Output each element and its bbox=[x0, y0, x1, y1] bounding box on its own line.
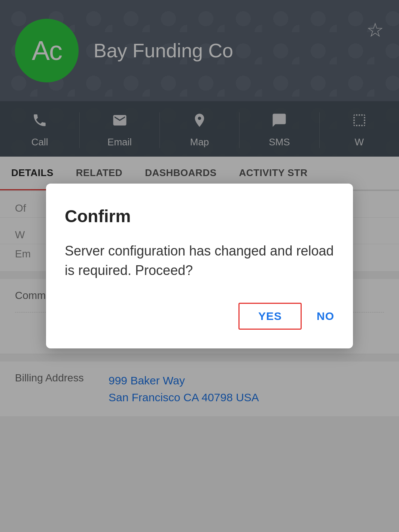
modal-overlay: Confirm Server configuration has changed… bbox=[0, 0, 399, 532]
confirm-no-button[interactable]: NO bbox=[317, 310, 334, 323]
confirm-modal: Confirm Server configuration has changed… bbox=[46, 184, 353, 348]
modal-buttons: YES NO bbox=[65, 303, 334, 330]
confirm-yes-button[interactable]: YES bbox=[238, 303, 302, 330]
modal-message: Server configuration has changed and rel… bbox=[65, 241, 334, 280]
modal-title: Confirm bbox=[65, 206, 334, 226]
